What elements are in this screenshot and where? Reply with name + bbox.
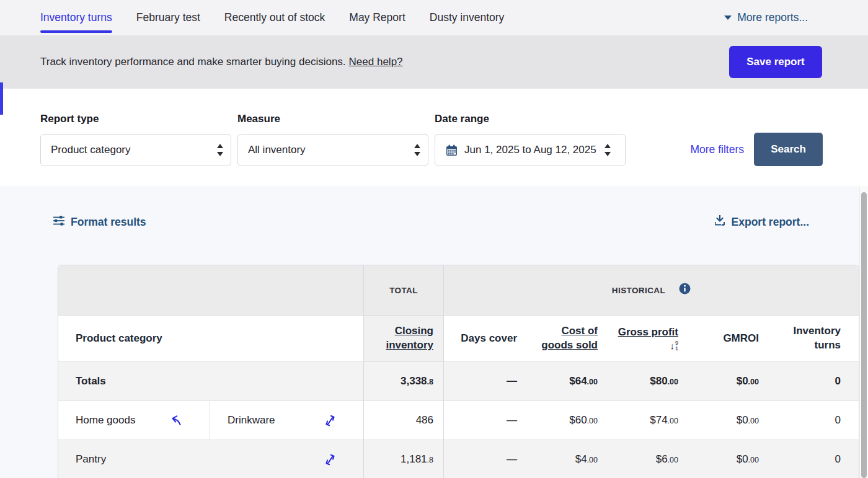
home-goods-closing-inventory: 486 <box>363 401 444 440</box>
date-range-value: Jun 1, 2025 to Aug 12, 2025 <box>464 144 600 156</box>
date-range-label: Date range <box>435 113 626 125</box>
totals-closing-inventory: 3,338.8 <box>363 362 444 401</box>
pantry-category-cell: Pantry <box>58 440 363 478</box>
more-filters-link[interactable]: More filters <box>690 143 744 156</box>
results-toolbar: Format results Export report... <box>0 186 868 229</box>
pantry-inventory-turns: 0 <box>769 440 860 478</box>
group-empty-cell <box>58 265 363 315</box>
search-button[interactable]: Search <box>754 133 823 166</box>
date-range-group: Date range Jun 1, 2025 <box>435 113 626 166</box>
home-goods-label: Home goods <box>76 414 135 427</box>
report-content: Format results Export report... <box>0 186 868 478</box>
table-row-pantry: Pantry 1,181.8 — $ <box>58 440 859 478</box>
split-arrows-icon[interactable] <box>324 415 336 427</box>
home-goods-days-cover: — <box>444 401 531 440</box>
vertical-scrollbar-track[interactable] <box>859 186 868 478</box>
measure-group: Measure All inventory <box>237 113 428 166</box>
home-goods-gross-profit: $74.00 <box>608 401 688 440</box>
drinkware-subcell: Drinkware <box>210 401 363 440</box>
inventory-report-page: Inventory turns February test Recently o… <box>0 0 868 478</box>
format-results-button[interactable]: Format results <box>53 215 146 229</box>
table-group-header-row: TOTAL HISTORICAL <box>58 265 859 315</box>
pantry-cogs: $4.00 <box>531 440 608 478</box>
totals-label: Totals <box>58 362 363 401</box>
historical-group-label: HISTORICAL <box>612 286 665 295</box>
gross-profit-label[interactable]: Gross profit <box>618 325 678 340</box>
column-header-days-cover: Days cover <box>444 316 531 361</box>
pantry-label: Pantry <box>76 453 106 466</box>
table-row-totals: Totals 3,338.8 — $64.00 $80.00 $0.00 0 <box>58 361 859 401</box>
column-header-closing-inventory[interactable]: Closing inventory <box>363 316 444 361</box>
home-goods-category-cell: Home goods Drinkware <box>58 401 363 440</box>
report-type-value: Product category <box>51 144 212 156</box>
collapse-merge-arrow-icon[interactable] <box>170 415 182 427</box>
date-range-select[interactable]: Jun 1, 2025 to Aug 12, 2025 <box>435 134 626 166</box>
intro-banner: Track inventory performance and make sma… <box>0 35 868 89</box>
column-header-cost-of-goods-sold[interactable]: Cost of goods sold <box>531 316 608 361</box>
totals-cogs: $64.00 <box>531 362 608 401</box>
totals-gross-profit: $80.00 <box>608 362 688 401</box>
home-goods-cogs: $60.00 <box>531 401 608 440</box>
report-tabs-bar: Inventory turns February test Recently o… <box>0 0 868 35</box>
more-reports-label: More reports... <box>737 11 808 24</box>
info-icon[interactable] <box>679 283 691 298</box>
totals-days-cover: — <box>444 362 531 401</box>
table-column-header-row: Product category Closing inventory Days … <box>58 315 859 361</box>
group-total-cell: TOTAL <box>363 265 444 315</box>
report-type-select[interactable]: Product category <box>40 134 231 166</box>
measure-value: All inventory <box>248 144 409 156</box>
tab-february-test[interactable]: February test <box>136 0 200 35</box>
report-type-group: Report type Product category <box>40 113 231 166</box>
report-type-label: Report type <box>40 113 231 125</box>
sort-descending-icon: ↓ 91 <box>670 340 678 352</box>
pantry-days-cover: — <box>444 440 531 478</box>
total-group-label: TOTAL <box>389 286 418 295</box>
drinkware-label: Drinkware <box>228 414 275 427</box>
tab-recently-out-of-stock[interactable]: Recently out of stock <box>224 0 325 35</box>
home-goods-subcell: Home goods <box>58 401 210 440</box>
home-goods-gmroi: $0.00 <box>688 401 769 440</box>
need-help-link[interactable]: Need help? <box>349 56 403 68</box>
format-results-label: Format results <box>71 216 146 229</box>
home-goods-inventory-turns: 0 <box>769 401 860 440</box>
measure-label: Measure <box>237 113 428 125</box>
chevron-down-icon <box>724 15 732 20</box>
group-historical-cell: HISTORICAL <box>444 265 859 315</box>
pantry-closing-inventory: 1,181.8 <box>363 440 444 478</box>
totals-inventory-turns: 0 <box>769 362 860 401</box>
banner-message: Track inventory performance and make sma… <box>40 56 346 68</box>
inventory-turns-table: TOTAL HISTORICAL Product category <box>58 265 859 478</box>
stepper-arrows-icon[interactable] <box>414 144 420 156</box>
download-icon <box>714 215 726 229</box>
tab-inventory-turns[interactable]: Inventory turns <box>40 0 112 35</box>
tab-dusty-inventory[interactable]: Dusty inventory <box>430 0 505 35</box>
export-report-button[interactable]: Export report... <box>714 215 809 229</box>
column-header-product-category: Product category <box>58 316 363 361</box>
totals-gmroi: $0.00 <box>688 362 769 401</box>
table-row-home-goods: Home goods Drinkware <box>58 401 859 440</box>
calendar-icon <box>445 144 458 157</box>
column-header-gmroi: GMROI <box>688 316 769 361</box>
vertical-scrollbar-thumb[interactable] <box>861 192 867 478</box>
pantry-gmroi: $0.00 <box>688 440 769 478</box>
stepper-arrows-icon[interactable] <box>604 144 611 156</box>
more-reports-dropdown[interactable]: More reports... <box>724 11 808 24</box>
left-edge-accent-bar <box>0 82 3 115</box>
stepper-arrows-icon[interactable] <box>217 144 223 156</box>
filter-actions: More filters Search <box>690 133 823 166</box>
tab-may-report[interactable]: May Report <box>349 0 405 35</box>
export-report-label: Export report... <box>732 216 809 229</box>
column-header-gross-profit[interactable]: Gross profit ↓ 91 <box>608 316 688 361</box>
sliders-icon <box>53 215 65 229</box>
pantry-gross-profit: $6.00 <box>608 440 688 478</box>
split-arrows-icon[interactable] <box>324 454 336 466</box>
column-header-inventory-turns: Inventory turns <box>769 316 860 361</box>
filter-panel: Report type Product category Measure All… <box>0 89 868 186</box>
save-report-button[interactable]: Save report <box>729 46 822 78</box>
measure-select[interactable]: All inventory <box>237 134 428 166</box>
